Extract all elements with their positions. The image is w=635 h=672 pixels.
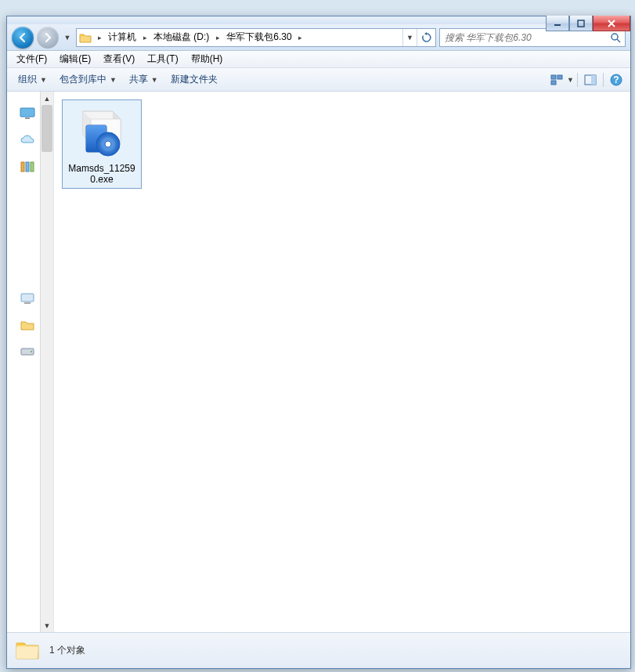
separator [577, 73, 578, 87]
sidebar-item-computer[interactable] [20, 292, 35, 308]
menu-view[interactable]: 查看(V) [97, 51, 141, 67]
breadcrumb-sep[interactable]: ▸ [212, 29, 223, 46]
chevron-down-icon[interactable]: ▼ [567, 76, 574, 84]
chevron-right-icon: ▸ [298, 34, 302, 42]
organize-button[interactable]: 组织 ▼ [12, 70, 53, 89]
search-icon [610, 32, 621, 43]
newfolder-label: 新建文件夹 [171, 73, 218, 86]
nav-bar: ▼ ▸ 计算机 ▸ 本地磁盘 (D:) ▸ 华军下载包6.30 ▸ ▼ [7, 24, 630, 51]
preview-pane-icon [584, 74, 597, 85]
svg-point-23 [105, 141, 111, 147]
include-label: 包含到库中 [60, 73, 106, 86]
refresh-button[interactable] [417, 29, 435, 46]
folder-large-icon [15, 638, 40, 663]
sidebar-scrollbar[interactable]: ▲ ▼ [40, 92, 53, 632]
menu-tools[interactable]: 工具(T) [141, 51, 184, 67]
breadcrumb-sep[interactable]: ▸ [139, 29, 150, 46]
nav-history-dropdown[interactable]: ▼ [62, 30, 73, 45]
computer-icon [20, 292, 35, 305]
forward-arrow-icon [42, 32, 53, 43]
close-icon [607, 20, 616, 27]
file-item[interactable]: Mamsds_112590.exe [62, 99, 142, 189]
toolbar: 组织 ▼ 包含到库中 ▼ 共享 ▼ 新建文件夹 ▼ ? [7, 68, 630, 92]
svg-point-2 [612, 34, 618, 40]
chevron-down-icon: ▼ [110, 76, 117, 84]
organize-label: 组织 [18, 73, 37, 86]
back-arrow-icon [17, 32, 28, 43]
share-button[interactable]: 共享 ▼ [123, 70, 164, 89]
svg-rect-0 [554, 24, 561, 26]
minimize-button[interactable] [546, 16, 569, 31]
close-button[interactable] [593, 16, 630, 31]
maximize-icon [577, 20, 585, 27]
address-bar[interactable]: ▸ 计算机 ▸ 本地磁盘 (D:) ▸ 华军下载包6.30 ▸ ▼ [76, 28, 436, 47]
chevron-right-icon: ▸ [143, 34, 147, 42]
view-options-button[interactable] [548, 70, 567, 89]
share-label: 共享 [129, 73, 148, 86]
explorer-window: ▼ ▸ 计算机 ▸ 本地磁盘 (D:) ▸ 华军下载包6.30 ▸ ▼ [6, 16, 631, 669]
refresh-icon [421, 32, 432, 43]
menu-file[interactable]: 文件(F) [10, 51, 53, 67]
view-icon [550, 74, 565, 85]
sidebar: ▲ ▼ [7, 92, 54, 632]
scroll-down-icon[interactable]: ▼ [41, 619, 53, 632]
svg-rect-3 [551, 75, 556, 79]
sidebar-item-libraries[interactable] [20, 161, 35, 176]
back-button[interactable] [12, 27, 34, 49]
chevron-right-icon: ▸ [216, 34, 220, 42]
cloud-icon [20, 134, 35, 145]
chevron-down-icon: ▼ [40, 76, 47, 84]
status-bar: 1 个对象 [7, 632, 630, 668]
menu-bar: 文件(F) 编辑(E) 查看(V) 工具(T) 帮助(H) [7, 51, 630, 68]
preview-pane-button[interactable] [581, 70, 600, 89]
chevron-down-icon: ▼ [151, 76, 158, 84]
address-dropdown[interactable]: ▼ [402, 29, 417, 46]
folder-icon [77, 29, 94, 46]
maximize-button[interactable] [569, 16, 593, 31]
chevron-down-icon: ▼ [64, 34, 71, 42]
forward-button[interactable] [37, 27, 59, 49]
newfolder-button[interactable]: 新建文件夹 [164, 70, 224, 89]
library-icon [20, 161, 35, 173]
menu-edit[interactable]: 编辑(E) [53, 51, 97, 67]
crumb-computer[interactable]: 计算机 [105, 29, 139, 46]
window-buttons [546, 16, 630, 31]
separator [603, 73, 604, 87]
include-library-button[interactable]: 包含到库中 ▼ [53, 70, 123, 89]
svg-rect-11 [25, 117, 30, 119]
svg-rect-7 [591, 75, 596, 85]
menu-help[interactable]: 帮助(H) [185, 51, 229, 67]
svg-rect-1 [578, 20, 584, 27]
sidebar-item-folder[interactable] [20, 319, 35, 334]
scroll-up-icon[interactable]: ▲ [41, 92, 53, 105]
minimize-icon [554, 20, 561, 27]
titlebar [7, 16, 630, 24]
crumb-folder[interactable]: 华军下载包6.30 [223, 29, 294, 46]
file-list[interactable]: Mamsds_112590.exe [54, 92, 630, 632]
file-name: Mamsds_112590.exe [68, 163, 135, 185]
drive-icon [20, 345, 35, 356]
svg-rect-12 [21, 162, 24, 172]
help-button[interactable]: ? [607, 70, 626, 89]
svg-rect-13 [26, 162, 29, 172]
sidebar-item-drive[interactable] [20, 345, 35, 361]
folder-icon [20, 319, 35, 331]
svg-text:?: ? [613, 74, 619, 85]
svg-rect-4 [551, 81, 556, 85]
breadcrumbs: 计算机 ▸ 本地磁盘 (D:) ▸ 华军下载包6.30 ▸ [105, 29, 402, 46]
chevron-down-icon: ▼ [406, 34, 413, 42]
scroll-thumb[interactable] [41, 105, 52, 152]
svg-point-18 [31, 351, 32, 352]
sidebar-item-cloud[interactable] [20, 134, 35, 150]
sidebar-item-desktop[interactable] [20, 107, 35, 123]
search-input[interactable] [440, 32, 606, 43]
help-icon: ? [610, 74, 622, 86]
body: ▲ ▼ [7, 92, 630, 632]
breadcrumb-sep[interactable]: ▸ [94, 29, 105, 46]
chevron-right-icon: ▸ [98, 34, 102, 42]
svg-rect-14 [31, 162, 34, 172]
svg-rect-16 [24, 302, 31, 304]
breadcrumb-sep[interactable]: ▸ [295, 29, 306, 46]
crumb-drive[interactable]: 本地磁盘 (D:) [150, 29, 212, 46]
svg-rect-15 [21, 294, 34, 302]
